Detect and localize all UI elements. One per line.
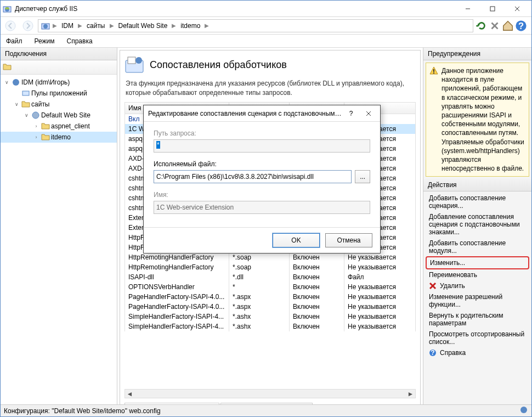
chevron-right-icon: ▶ — [52, 22, 58, 29]
warning-icon — [429, 66, 438, 75]
tree-server[interactable]: ∨IDM (idm\Игорь) — [1, 77, 117, 88]
svg-point-14 — [13, 79, 19, 86]
svg-rect-27 — [433, 69, 434, 72]
svg-text:?: ? — [431, 349, 434, 357]
chevron-right-icon: ▶ — [203, 22, 210, 29]
name-input — [154, 201, 370, 214]
connections-panel: Подключения ∨IDM (idm\Игорь) Пулы прилож… — [1, 48, 117, 417]
warning-box: Данное приложение находится в пуле прило… — [426, 63, 529, 177]
svg-point-33 — [520, 407, 527, 413]
action-add-wildcard[interactable]: Добавление сопоставления сценария с подс… — [426, 211, 529, 238]
ok-button[interactable]: OK — [273, 233, 320, 247]
action-permissions[interactable]: Изменение разрешений функции... — [426, 291, 529, 310]
svg-point-6 — [5, 21, 15, 31]
request-path-input: * — [154, 139, 370, 153]
scroll-left-icon[interactable]: ◄ — [125, 390, 134, 398]
svg-point-16 — [32, 112, 39, 119]
warning-text: Данное приложение находится в пуле прило… — [442, 66, 525, 173]
folder-icon[interactable] — [3, 63, 12, 72]
breadcrumb-item[interactable]: itdemo — [178, 21, 202, 31]
browse-button[interactable]: ... — [355, 170, 370, 183]
delete-icon — [429, 282, 437, 290]
tree-aspnet[interactable]: ›aspnet_client — [1, 121, 117, 132]
help-icon[interactable]: ? — [515, 20, 527, 32]
warnings-header: Предупреждения — [423, 48, 531, 60]
status-text: Конфигурация: "Default Web Site/itdemo" … — [4, 407, 161, 415]
table-row[interactable]: SimpleHandlerFactory-ISAPI-4...*.ashxВкл… — [125, 322, 416, 331]
executable-input[interactable] — [154, 170, 352, 183]
request-path-label: Путь запроса: — [154, 129, 370, 137]
svg-text:?: ? — [349, 110, 353, 117]
back-button[interactable] — [3, 19, 18, 32]
menu-help[interactable]: Справка — [65, 36, 95, 46]
svg-rect-18 — [128, 57, 135, 64]
handlers-icon — [124, 55, 144, 75]
menubar: Файл Режим Справка — [1, 35, 531, 48]
action-help[interactable]: ?Справка — [426, 347, 529, 358]
window-title: Диспетчер служб IIS — [15, 5, 455, 13]
panel-header: Подключения — [1, 48, 117, 60]
home-icon[interactable] — [502, 20, 514, 32]
table-row[interactable]: PageHandlerFactory-ISAPI-4.0...*.aspxВкл… — [125, 302, 416, 312]
table-row[interactable]: ISAPI-dll*.dllВключенФайл — [125, 272, 416, 282]
action-add-module[interactable]: Добавить сопоставление модуля... — [426, 238, 529, 256]
action-revert-parent[interactable]: Вернуть к родительским параметрам — [426, 310, 529, 329]
minimize-button[interactable] — [455, 1, 480, 16]
table-row[interactable]: PageHandlerFactory-ISAPI-4.0...*.aspxВкл… — [125, 292, 416, 302]
breadcrumb-item[interactable]: IDM — [59, 21, 76, 31]
menu-file[interactable]: Файл — [4, 36, 25, 46]
action-rename[interactable]: Переименовать — [426, 269, 529, 280]
action-add-mapping[interactable]: Добавить сопоставление сценария... — [426, 193, 529, 211]
app-icon — [3, 4, 12, 13]
tree-default-site[interactable]: ∨Default Web Site — [1, 110, 117, 121]
breadcrumb-item[interactable]: сайты — [84, 21, 107, 31]
titlebar: Диспетчер служб IIS — [1, 1, 531, 17]
home-icon[interactable] — [41, 21, 50, 31]
tree-sites[interactable]: ∨сайты — [1, 99, 117, 110]
name-label: Имя: — [154, 191, 370, 199]
dialog-title: Редактирование сопоставления сценария с … — [148, 110, 344, 117]
cancel-button[interactable]: Отмена — [325, 233, 372, 247]
menu-mode[interactable]: Режим — [32, 36, 57, 46]
stop-icon[interactable] — [489, 20, 501, 32]
table-row[interactable]: HttpRemotingHandlerFactory*.soapВключенН… — [125, 262, 416, 272]
table-row[interactable]: HttpRemotingHandlerFactory*.soapВключенН… — [125, 252, 416, 262]
actions-panel: Предупреждения Данное приложение находит… — [423, 48, 531, 417]
dialog-titlebar[interactable]: Редактирование сопоставления сценария с … — [144, 105, 380, 122]
svg-point-7 — [23, 21, 33, 31]
svg-rect-3 — [490, 7, 495, 11]
action-edit[interactable]: Изменить... — [426, 256, 529, 269]
edit-handler-dialog: Редактирование сопоставления сценария с … — [143, 105, 381, 253]
connections-toolbar — [1, 60, 117, 75]
dialog-help-button[interactable]: ? — [344, 108, 358, 120]
svg-rect-15 — [22, 91, 29, 95]
chevron-right-icon: ▶ — [77, 22, 83, 29]
page-description: Эта функция предназначена для указания р… — [120, 79, 420, 102]
executable-label: Исполняемый файл: — [154, 160, 370, 168]
action-delete[interactable]: Удалить — [426, 280, 529, 291]
forward-button[interactable] — [20, 19, 36, 32]
action-sorted-list[interactable]: Просмотреть отсортированный список... — [426, 329, 529, 347]
svg-rect-28 — [433, 72, 434, 74]
svg-text:?: ? — [518, 20, 524, 30]
refresh-icon[interactable] — [476, 20, 488, 32]
scroll-right-icon[interactable]: ► — [406, 390, 415, 398]
page-title: Сопоставления обработчиков — [150, 59, 287, 71]
chevron-right-icon: ▶ — [171, 22, 177, 29]
chevron-right-icon: ▶ — [109, 22, 115, 29]
svg-point-19 — [135, 57, 142, 64]
tree-itdemo[interactable]: ›itdemo — [1, 132, 117, 143]
nav-row: ▶ IDM ▶ сайты ▶ Default Web Site ▶ itdem… — [1, 17, 531, 35]
status-icon — [519, 405, 528, 416]
actions-header: Действия — [423, 179, 531, 191]
breadcrumb-item[interactable]: Default Web Site — [116, 21, 170, 31]
tree-app-pools[interactable]: Пулы приложений — [1, 88, 117, 99]
dialog-close-button[interactable] — [361, 108, 376, 120]
close-button[interactable] — [505, 1, 529, 16]
table-row[interactable]: OPTIONSVerbHandler*ВключенНе указывается — [125, 282, 416, 292]
table-row[interactable]: SimpleHandlerFactory-ISAPI-4...*.ashxВкл… — [125, 312, 416, 322]
connections-tree[interactable]: ∨IDM (idm\Игорь) Пулы приложений ∨сайты … — [1, 75, 117, 417]
horizontal-scrollbar[interactable]: ◄ ► — [124, 389, 416, 398]
breadcrumb[interactable]: ▶ IDM ▶ сайты ▶ Default Web Site ▶ itdem… — [38, 19, 473, 32]
maximize-button[interactable] — [480, 1, 505, 16]
